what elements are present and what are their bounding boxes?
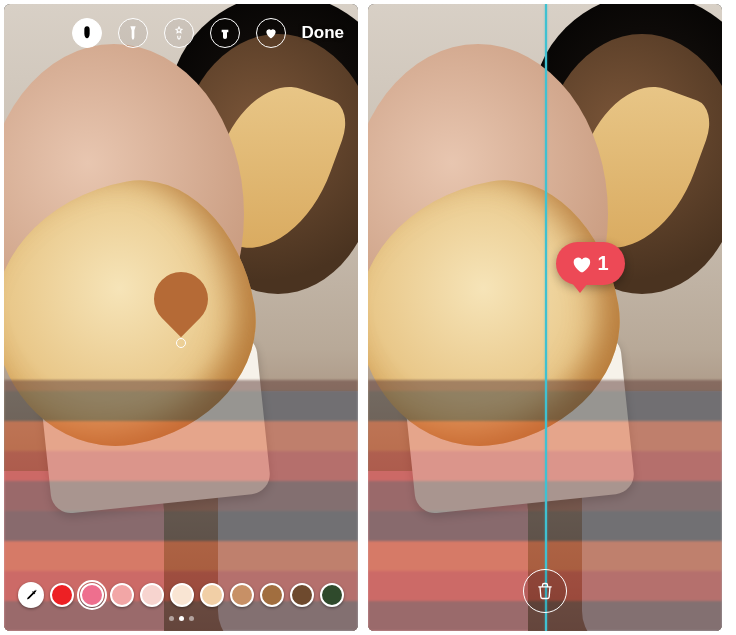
palette-pager[interactable]	[169, 616, 194, 621]
color-palette	[4, 582, 358, 621]
color-swatch-2[interactable]	[110, 583, 134, 607]
heart-tool-button[interactable]	[256, 18, 286, 48]
done-button[interactable]: Done	[302, 23, 345, 43]
color-swatch-7[interactable]	[260, 583, 284, 607]
center-alignment-guide	[545, 4, 547, 631]
delete-sticker-button[interactable]	[523, 569, 567, 613]
like-sticker[interactable]: 1	[556, 242, 625, 285]
color-swatch-3[interactable]	[140, 583, 164, 607]
pager-dot	[169, 616, 174, 621]
eraser-tool-button[interactable]	[210, 18, 240, 48]
story-editor-draw-screen: Done	[4, 4, 358, 631]
heart-icon	[263, 25, 279, 41]
pager-dot-active	[179, 616, 184, 621]
eraser-icon	[217, 25, 233, 41]
brush-size-preview[interactable]	[154, 272, 208, 326]
neon-icon	[171, 25, 187, 41]
eyedropper-button[interactable]	[18, 582, 44, 608]
pager-dot	[189, 616, 194, 621]
brush-color-pin	[143, 261, 219, 337]
neon-tool-button[interactable]	[164, 18, 194, 48]
color-swatch-0[interactable]	[50, 583, 74, 607]
like-count: 1	[598, 252, 609, 275]
chisel-tool-button[interactable]	[118, 18, 148, 48]
photo-region	[582, 391, 722, 631]
heart-icon	[570, 253, 592, 275]
marker-tool-button[interactable]	[72, 18, 102, 48]
eyedropper-icon	[24, 588, 39, 603]
chisel-icon	[125, 25, 141, 41]
sticker-tail	[572, 283, 588, 293]
draw-toolbar: Done	[4, 18, 358, 48]
color-swatch-5[interactable]	[200, 583, 224, 607]
color-swatch-9[interactable]	[320, 583, 344, 607]
trash-icon	[535, 581, 555, 601]
color-swatch-1[interactable]	[80, 583, 104, 607]
color-swatch-8[interactable]	[290, 583, 314, 607]
story-editor-sticker-screen: 1	[368, 4, 722, 631]
brush-target-ring-icon	[176, 338, 186, 348]
color-swatch-4[interactable]	[170, 583, 194, 607]
color-swatches-row	[10, 582, 352, 608]
color-swatch-6[interactable]	[230, 583, 254, 607]
marker-icon	[79, 25, 95, 41]
photo-region	[368, 471, 528, 631]
